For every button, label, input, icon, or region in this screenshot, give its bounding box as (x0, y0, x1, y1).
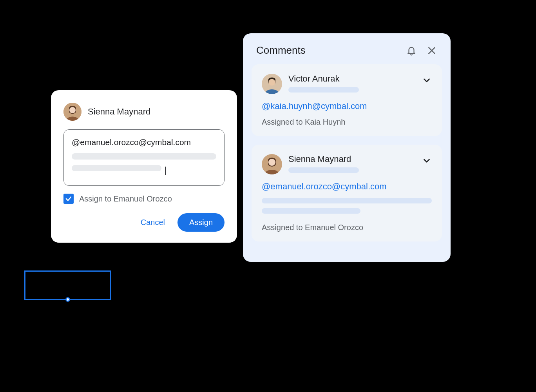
assign-label: Assign to Emanuel Orozco (79, 194, 172, 203)
svg-point-10 (268, 159, 275, 166)
comment-head: Sienna Maynard (262, 154, 432, 174)
close-button[interactable] (426, 45, 437, 56)
chevron-down-icon (422, 75, 432, 85)
text-cursor (165, 167, 166, 175)
placeholder-line (72, 153, 216, 160)
meta-placeholder (288, 87, 359, 93)
commenter-name: Sienna Maynard (288, 154, 415, 164)
content-placeholder (262, 208, 360, 214)
content-placeholder (262, 198, 432, 203)
avatar (262, 74, 282, 94)
panel-icons (406, 45, 437, 56)
close-icon (427, 45, 437, 56)
mention-text: @emanuel.orozco@cymbal.com (72, 138, 216, 147)
comment-head-main: Sienna Maynard (288, 154, 415, 173)
assigned-to-text: Assigned to Emanuel Orozco (262, 223, 432, 232)
comments-panel-title: Comments (256, 44, 306, 56)
comment-head-main: Victor Anurak (288, 74, 415, 93)
compose-comment-card: Sienna Maynard @emanuel.orozco@cymbal.co… (51, 90, 237, 243)
avatar (262, 154, 282, 174)
svg-point-2 (69, 107, 76, 113)
cancel-button[interactable]: Cancel (132, 213, 174, 232)
expand-comment-button[interactable] (422, 74, 432, 87)
avatar (63, 103, 81, 121)
comment-head: Victor Anurak (262, 74, 432, 94)
notifications-button[interactable] (406, 45, 417, 56)
author-name: Sienna Maynard (88, 107, 150, 117)
actions-row: Cancel Assign (63, 213, 225, 232)
assign-checkbox[interactable] (63, 194, 74, 204)
commenter-name: Victor Anurak (288, 74, 415, 84)
meta-placeholder (288, 167, 359, 173)
comment-card[interactable]: Victor Anurak @kaia.huynh@cymbal.com Ass… (252, 64, 442, 136)
placeholder-line (72, 165, 161, 171)
mention-link[interactable]: @kaia.huynh@cymbal.com (262, 101, 432, 111)
chevron-down-icon (422, 156, 432, 166)
svg-point-7 (269, 79, 275, 86)
selection-box (24, 270, 111, 300)
assign-button[interactable]: Assign (177, 213, 225, 232)
mention-link[interactable]: @emanuel.orozco@cymbal.com (262, 181, 432, 192)
selection-handle[interactable] (65, 297, 70, 302)
comment-card[interactable]: Sienna Maynard @emanuel.orozco@cymbal.co… (252, 145, 442, 241)
author-row: Sienna Maynard (63, 103, 225, 121)
assigned-to-text: Assigned to Kaia Huynh (262, 118, 432, 127)
comments-panel-header: Comments (252, 42, 442, 64)
expand-comment-button[interactable] (422, 154, 432, 167)
comment-input[interactable]: @emanuel.orozco@cymbal.com (63, 129, 225, 186)
bell-icon (406, 45, 416, 56)
comments-panel: Comments (243, 33, 451, 262)
assign-to-row: Assign to Emanuel Orozco (63, 194, 225, 204)
